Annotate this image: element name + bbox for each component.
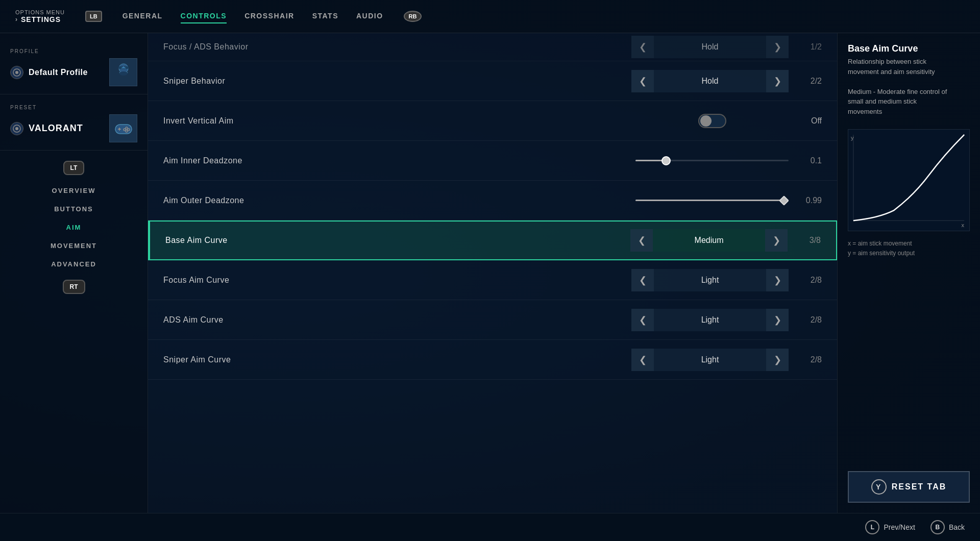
ads-aim-curve-next-btn[interactable]: ❯ <box>766 309 789 331</box>
settings-list: Focus / ADS Behavior ❮ Hold ❯ 1/2 Sniper… <box>148 33 837 380</box>
sidebar-item-advanced[interactable]: ADVANCED <box>10 256 137 272</box>
sniper-behavior-value: Hold <box>654 70 766 92</box>
focus-aim-curve-prev-btn[interactable]: ❮ <box>631 269 654 291</box>
sniper-behavior-count: 2/2 <box>789 77 822 86</box>
focus-ads-prev-btn[interactable]: ❮ <box>631 36 654 58</box>
settings-label: › SETTINGS <box>15 15 65 23</box>
settings-arrow: › <box>15 16 18 23</box>
setting-row-aim-inner: Aim Inner Deadzone 0.1 <box>148 141 837 181</box>
base-aim-curve-next-btn[interactable]: ❯ <box>765 229 788 252</box>
back-nav[interactable]: B Back <box>930 520 965 534</box>
sniper-aim-curve-next-btn[interactable]: ❯ <box>766 349 789 371</box>
setting-label-focus-aim-curve: Focus Aim Curve <box>163 276 631 285</box>
control-group-base-aim-curve: ❮ Medium ❯ <box>630 229 788 252</box>
setting-label-sniper-behavior: Sniper Behavior <box>163 77 631 86</box>
lb-button[interactable]: LB <box>85 11 102 22</box>
focus-aim-curve-next-btn[interactable]: ❯ <box>766 269 789 291</box>
slider-track-aim-outer <box>635 200 789 201</box>
profile-section: PROFILE Default Profile <box>0 43 148 94</box>
tab-general[interactable]: GENERAL <box>122 9 163 23</box>
chart-y-label: y <box>851 135 854 141</box>
setting-label-base-aim-curve: Base Aim Curve <box>165 236 630 245</box>
control-group-focus-aim-curve: ❮ Light ❯ <box>631 269 789 291</box>
sniper-aim-curve-count: 2/8 <box>789 355 822 364</box>
base-aim-curve-prev-btn[interactable]: ❮ <box>630 229 653 252</box>
setting-label-sniper-aim-curve: Sniper Aim Curve <box>163 355 631 364</box>
focus-ads-count: 1/2 <box>789 42 822 52</box>
slider-fill-aim-outer <box>635 200 784 201</box>
tab-audio[interactable]: AUDIO <box>356 9 383 23</box>
slider-aim-inner[interactable] <box>635 160 789 161</box>
slider-thumb-aim-inner[interactable] <box>662 156 671 165</box>
b-button-circle: B <box>930 520 945 534</box>
invert-vertical-value: Off <box>789 116 822 126</box>
l-button-label: L <box>871 524 874 531</box>
setting-row-ads-aim-curve: ADS Aim Curve ❮ Light ❯ 2/8 <box>148 300 837 340</box>
sidebar-item-buttons[interactable]: BUTTONS <box>10 201 137 217</box>
slider-aim-outer[interactable] <box>635 200 789 201</box>
reset-tab-button[interactable]: Y RESET TAB <box>848 471 970 503</box>
l-button-circle: L <box>865 520 879 534</box>
left-sidebar: PROFILE Default Profile <box>0 33 148 513</box>
prev-next-label: Prev/Next <box>884 523 915 531</box>
sidebar-item-movement[interactable]: MOVEMENT <box>10 238 137 254</box>
sidebar-nav: LT OVERVIEW BUTTONS AIM MOVEMENT ADVANCE… <box>0 161 148 294</box>
preset-icon <box>10 122 23 135</box>
profile-name: Default Profile <box>29 68 88 77</box>
tab-controls[interactable]: CONTROLS <box>181 9 227 23</box>
preset-name-group: VALORANT <box>10 122 83 135</box>
ads-aim-curve-value: Light <box>654 309 766 331</box>
rb-button[interactable]: RB <box>404 11 422 22</box>
base-aim-curve-count: 3/8 <box>788 236 821 245</box>
sniper-behavior-prev-btn[interactable]: ❮ <box>631 70 654 92</box>
sniper-aim-curve-prev-btn[interactable]: ❮ <box>631 349 654 371</box>
preset-name: VALORANT <box>29 123 83 134</box>
tab-stats[interactable]: STATS <box>312 9 338 23</box>
axis-note-x: x = aim stick movement <box>848 239 970 249</box>
axis-note-y: y = aim sensitivity output <box>848 249 970 258</box>
svg-point-4 <box>119 71 128 76</box>
svg-point-1 <box>15 71 18 74</box>
tab-crosshair[interactable]: CROSSHAIR <box>244 9 295 23</box>
panel-desc-6: movements <box>848 108 882 115</box>
slider-thumb-aim-outer[interactable] <box>779 195 789 206</box>
panel-desc-2: movement and aim sensitivity <box>848 68 935 76</box>
aim-inner-value: 0.1 <box>789 156 822 165</box>
nav-tabs: GENERAL CONTROLS CROSSHAIR STATS AUDIO <box>122 9 383 23</box>
sidebar-item-overview[interactable]: OVERVIEW <box>10 183 137 199</box>
invert-vertical-toggle[interactable] <box>698 114 726 128</box>
focus-ads-next-btn[interactable]: ❯ <box>766 36 789 58</box>
setting-row-sniper-behavior: Sniper Behavior ❮ Hold ❯ 2/2 <box>148 61 837 101</box>
profile-name-group: Default Profile <box>10 66 88 79</box>
setting-label-ads-aim-curve: ADS Aim Curve <box>163 315 631 325</box>
prev-next-nav[interactable]: L Prev/Next <box>865 520 915 534</box>
reset-tab-label: RESET TAB <box>892 482 946 491</box>
lt-button[interactable]: LT <box>63 161 85 175</box>
sniper-aim-curve-value: Light <box>654 349 766 371</box>
profile-section-label: PROFILE <box>10 48 137 54</box>
svg-rect-9 <box>118 129 121 130</box>
preset-section-label: PRESET <box>10 105 137 110</box>
panel-title: Base Aim Curve <box>848 43 970 54</box>
b-button-label: B <box>936 524 940 531</box>
slider-track-aim-inner <box>635 160 789 161</box>
control-group-sniper-behavior: ❮ Hold ❯ <box>631 70 789 92</box>
ads-aim-curve-prev-btn[interactable]: ❮ <box>631 309 654 331</box>
setting-row-sniper-aim-curve: Sniper Aim Curve ❮ Light ❯ 2/8 <box>148 340 837 380</box>
setting-label-focus-ads: Focus / ADS Behavior <box>163 42 631 52</box>
focus-aim-curve-count: 2/8 <box>789 276 822 285</box>
profile-row: Default Profile <box>10 58 137 86</box>
sniper-behavior-next-btn[interactable]: ❯ <box>766 70 789 92</box>
content-area: PROFILE Default Profile <box>0 33 980 513</box>
setting-label-aim-outer: Aim Outer Deadzone <box>163 196 635 205</box>
sidebar-item-aim[interactable]: AIM <box>10 219 137 235</box>
setting-row-base-aim-curve: Base Aim Curve ❮ Medium ❯ 3/8 <box>148 220 837 260</box>
rt-button[interactable]: RT <box>63 280 85 294</box>
panel-desc-1: Relationship between stick <box>848 58 926 65</box>
setting-row-focus-aim-curve: Focus Aim Curve ❮ Light ❯ 2/8 <box>148 260 837 300</box>
control-group-invert-vertical <box>635 114 789 128</box>
top-nav: OPTIONS MENU › SETTINGS LB GENERAL CONTR… <box>0 0 980 33</box>
bottom-bar: L Prev/Next B Back <box>0 513 980 541</box>
back-label: Back <box>949 523 965 531</box>
toggle-knob <box>700 115 712 127</box>
